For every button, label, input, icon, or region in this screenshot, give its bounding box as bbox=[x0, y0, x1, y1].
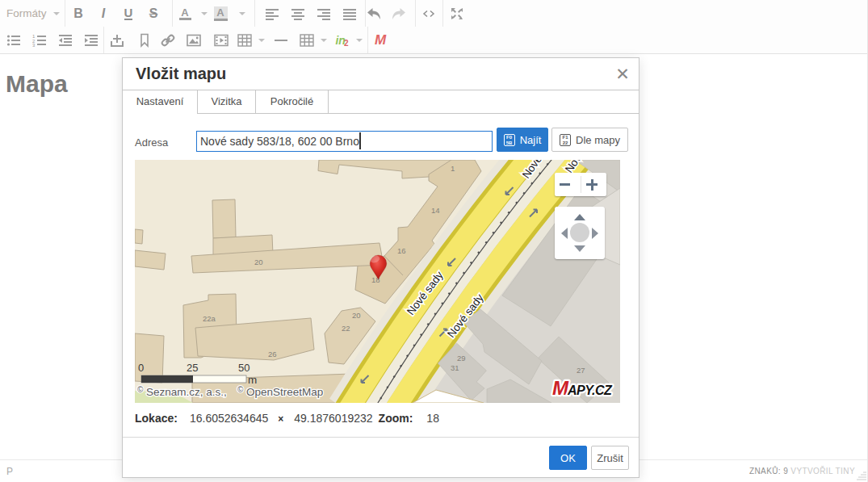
svg-text:22: 22 bbox=[342, 324, 350, 333]
svg-text:OpenStreetMap: OpenStreetMap bbox=[246, 386, 323, 398]
svg-text:20: 20 bbox=[352, 311, 361, 320]
svg-text:©: © bbox=[237, 385, 244, 394]
svg-text:50: 50 bbox=[238, 362, 249, 374]
svg-text:1: 1 bbox=[451, 164, 455, 173]
svg-text:14: 14 bbox=[431, 206, 440, 215]
svg-text:©: © bbox=[137, 385, 144, 394]
svg-text:27: 27 bbox=[577, 366, 585, 375]
svg-text:29: 29 bbox=[457, 354, 466, 363]
svg-text:Seznam.cz, a.s.,: Seznam.cz, a.s., bbox=[146, 386, 227, 398]
svg-text:31: 31 bbox=[451, 363, 459, 372]
svg-text:APY.CZ: APY.CZ bbox=[567, 384, 613, 397]
svg-text:16: 16 bbox=[397, 246, 406, 255]
svg-text:m: m bbox=[248, 374, 257, 386]
svg-text:0: 0 bbox=[138, 362, 144, 374]
svg-text:25: 25 bbox=[187, 362, 198, 374]
svg-text:20: 20 bbox=[254, 258, 263, 266]
svg-text:3: 3 bbox=[32, 43, 36, 48]
svg-text:26: 26 bbox=[268, 350, 277, 358]
svg-text:M: M bbox=[552, 377, 569, 399]
svg-text:22a: 22a bbox=[203, 314, 216, 323]
